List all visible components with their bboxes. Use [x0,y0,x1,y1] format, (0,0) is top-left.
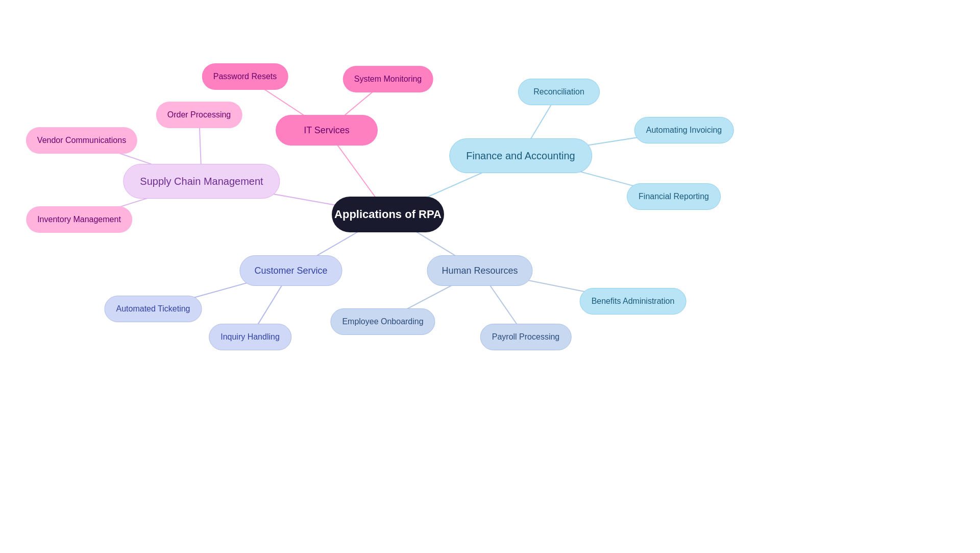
node-finance-accounting: Finance and Accounting [449,138,592,173]
node-inventory-management: Inventory Management [26,206,132,233]
node-reconciliation: Reconciliation [518,79,600,105]
node-order-processing: Order Processing [156,102,242,128]
node-vendor-communications: Vendor Communications [26,127,137,154]
node-benefits-administration: Benefits Administration [580,288,687,315]
node-password-resets: Password Resets [202,63,288,90]
mindmap-container: Applications of RPAIT ServicesPassword R… [0,0,980,553]
node-employee-onboarding: Employee Onboarding [330,308,435,335]
node-human-resources: Human Resources [427,255,532,286]
node-automating-invoicing: Automating Invoicing [634,117,734,143]
node-it-services: IT Services [276,115,378,146]
node-automated-ticketing: Automated Ticketing [105,296,202,322]
node-financial-reporting: Financial Reporting [627,183,721,210]
node-payroll-processing: Payroll Processing [480,324,572,350]
node-system-monitoring: System Monitoring [343,66,433,92]
node-inquiry-handling: Inquiry Handling [209,324,291,350]
center-node: Applications of RPA [332,197,444,232]
node-supply-chain: Supply Chain Management [123,164,280,199]
node-customer-service: Customer Service [239,255,342,286]
